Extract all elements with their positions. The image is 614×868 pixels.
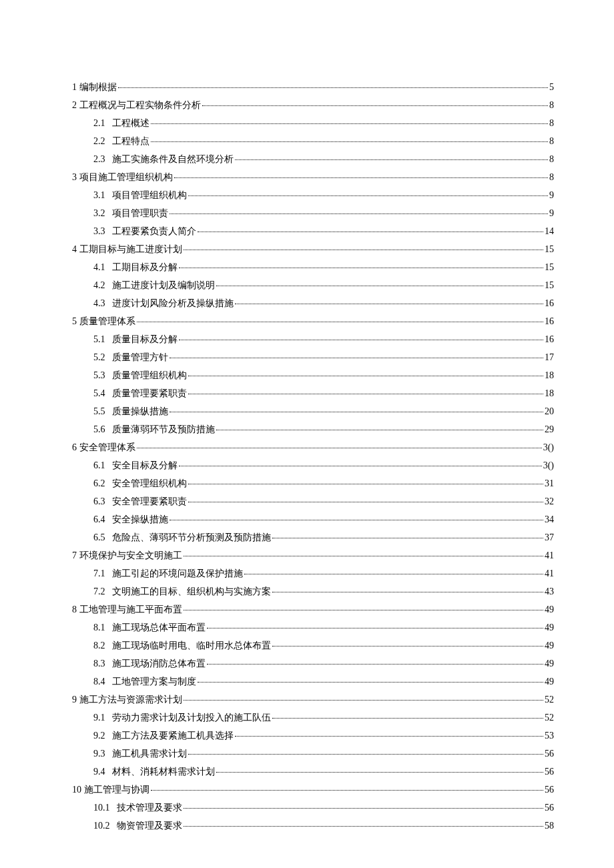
toc-entry: 8 工地管理与施工平面布置49 (72, 602, 554, 616)
toc-leader-dots (184, 556, 544, 556)
toc-leader-dots (216, 772, 544, 773)
toc-entry-number: 9 (72, 693, 77, 707)
toc-entry-number: 6.5 (93, 530, 105, 544)
toc-leader-dots (188, 195, 549, 196)
toc-entry-title: 项目管理组织机构 (112, 190, 187, 200)
toc-entry-label: 9.3施工机具需求计划 (93, 747, 187, 761)
toc-entry-page: 32 (545, 494, 554, 508)
toc-entry: 9.4材料、消耗材料需求计划56 (72, 765, 554, 779)
toc-entry-page: 31 (545, 476, 554, 490)
toc-entry: 8.3施工现场消防总体布置49 (72, 657, 554, 671)
toc-entry: 6.4安全操纵措施34 (72, 512, 554, 526)
toc-entry-page: 18 (545, 386, 554, 400)
toc-entry-page: 14 (545, 224, 554, 238)
table-of-contents: 1 编制根据52 工程概况与工程实物条件分析82.1工程概述82.2工程特点82… (72, 80, 554, 833)
toc-entry: 8.1施工现场总体平面布置49 (72, 620, 554, 634)
toc-entry-page: 8 (549, 170, 554, 184)
toc-leader-dots (207, 664, 544, 665)
toc-leader-dots (151, 141, 549, 142)
toc-entry-label: 10.1技术管理及要求 (93, 801, 182, 815)
toc-entry-page: 49 (545, 638, 554, 653)
toc-entry-page: 17 (545, 350, 554, 364)
toc-entry-page: 8 (549, 152, 554, 166)
toc-entry-number: 10.2 (93, 819, 110, 833)
toc-leader-dots (198, 682, 544, 683)
toc-entry-page: 52 (545, 693, 554, 707)
toc-entry-label: 8.1施工现场总体平面布置 (93, 620, 206, 634)
toc-entry-label: 5.2质量管理方针 (93, 350, 168, 364)
toc-entry-label: 6.4安全操纵措施 (93, 512, 168, 526)
toc-entry-title: 环境保护与安全文明施工 (77, 550, 182, 560)
toc-leader-dots (198, 232, 544, 232)
toc-entry-label: 3.3工程要紧负责人简介 (93, 224, 196, 238)
toc-entry-number: 6.2 (93, 476, 105, 490)
toc-entry-title: 施工进度计划及编制说明 (112, 280, 215, 290)
toc-entry-label: 4.1工期目标及分解 (93, 260, 178, 274)
toc-entry: 6.1安全目标及分解3() (72, 458, 554, 472)
toc-entry-number: 5.5 (93, 404, 105, 418)
toc-entry: 7.1施工引起的环境问题及保护措施41 (72, 566, 554, 580)
toc-entry-title: 材料、消耗材料需求计划 (112, 767, 215, 777)
toc-entry-page: 16 (545, 332, 554, 346)
toc-entry-label: 6.1安全目标及分解 (93, 458, 178, 472)
toc-entry-page: 49 (545, 657, 554, 671)
toc-entry-title: 施工方法及要紧施工机具选择 (112, 731, 234, 741)
toc-leader-dots (272, 592, 544, 592)
toc-entry: 6.2安全管理组织机构31 (72, 476, 554, 490)
toc-entry-title: 安全管理要紧职责 (112, 496, 187, 506)
toc-leader-dots (272, 718, 544, 719)
toc-entry-title: 施工现场消防总体布置 (112, 659, 206, 669)
toc-entry-label: 10 施工管理与协调 (72, 783, 149, 797)
toc-entry-label: 5.1质量目标及分解 (93, 332, 178, 346)
toc-entry-page: 15 (545, 242, 554, 256)
toc-entry-title: 施工管理与协调 (81, 785, 149, 795)
toc-entry-number: 7.2 (93, 584, 105, 598)
toc-entry-page: 41 (545, 566, 554, 580)
toc-leader-dots (151, 790, 544, 791)
toc-entry-number: 7.1 (93, 566, 105, 580)
toc-entry-title: 工程概况与工程实物条件分析 (77, 100, 201, 110)
toc-leader-dots (179, 340, 544, 340)
toc-entry-label: 2.2工程特点 (93, 134, 149, 148)
toc-entry-label: 4 工期目标与施工进度计划 (72, 242, 182, 256)
toc-entry-page: 20 (545, 404, 554, 418)
toc-entry-number: 6.1 (93, 458, 105, 472)
toc-entry-number: 9.4 (93, 765, 105, 779)
toc-leader-dots (188, 484, 544, 484)
toc-entry-label: 1 编制根据 (72, 80, 117, 94)
toc-entry-title: 工地管理与施工平面布置 (77, 604, 182, 614)
toc-entry-label: 6.2安全管理组织机构 (93, 476, 187, 490)
toc-entry-label: 4.3进度计划风险分析及操纵措施 (93, 296, 234, 310)
toc-entry-title: 质量目标及分解 (112, 334, 178, 344)
toc-entry: 3.1项目管理组织机构9 (72, 188, 554, 202)
toc-entry-label: 6.3安全管理要紧职责 (93, 494, 187, 508)
toc-entry-page: 16 (545, 314, 554, 328)
toc-entry: 6 安全管理体系3() (72, 440, 554, 454)
toc-entry-title: 项目管理职责 (112, 208, 168, 218)
toc-entry-title: 项目施工管理组织机构 (77, 172, 173, 182)
toc-entry-title: 进度计划风险分析及操纵措施 (112, 298, 234, 308)
toc-entry: 5 质量管理体系16 (72, 314, 554, 328)
toc-entry-label: 5.6质量薄弱环节及预防措施 (93, 422, 215, 436)
toc-entry-number: 2.3 (93, 152, 105, 166)
toc-entry-number: 8.2 (93, 638, 105, 653)
toc-entry: 6.5危险点、薄弱环节分析预测及预防措施37 (72, 530, 554, 544)
toc-entry: 2.2工程特点8 (72, 134, 554, 148)
toc-entry-title: 工地管理方案与制度 (112, 677, 196, 687)
toc-entry-number: 7 (72, 548, 77, 562)
toc-entry-label: 8.2施工现场临时用电、临时用水总体布置 (93, 638, 271, 653)
toc-leader-dots (216, 430, 544, 430)
toc-entry: 9.3施工机具需求计划56 (72, 747, 554, 761)
toc-entry-label: 5.4质量管理要紧职责 (93, 386, 187, 400)
toc-entry-number: 6.3 (93, 494, 105, 508)
toc-leader-dots (137, 322, 544, 322)
toc-entry-label: 8.3施工现场消防总体布置 (93, 657, 206, 671)
toc-entry-label: 8.4工地管理方案与制度 (93, 675, 196, 689)
toc-entry-number: 5 (72, 314, 77, 328)
toc-leader-dots (272, 538, 544, 538)
toc-entry: 10.1技术管理及要求56 (72, 801, 554, 815)
toc-entry-number: 8.1 (93, 620, 105, 634)
toc-entry-label: 5 质量管理体系 (72, 314, 135, 328)
toc-leader-dots (184, 808, 544, 809)
toc-leader-dots (170, 358, 544, 358)
